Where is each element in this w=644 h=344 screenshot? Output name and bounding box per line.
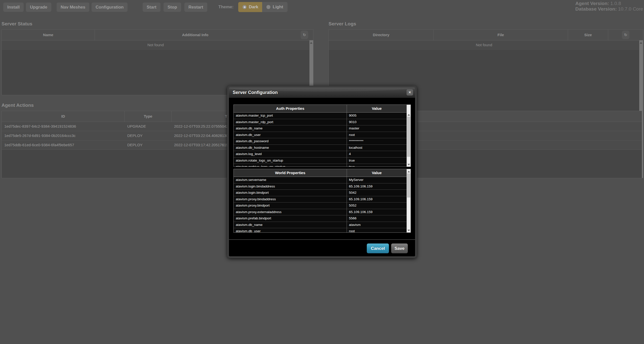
auth-table-scrollbar[interactable] bbox=[407, 105, 411, 167]
property-row[interactable]: atavism.master_rdp_port 9010 bbox=[234, 119, 407, 126]
action-id-cell: 1ed75dec-8397-64c2-9384-394191524836 bbox=[2, 122, 125, 131]
property-value-cell[interactable]: 9005 bbox=[347, 113, 407, 119]
refresh-icon[interactable]: ↻ bbox=[622, 31, 629, 39]
property-value-cell[interactable]: 5566 bbox=[347, 215, 407, 222]
property-value-cell[interactable]: 4 bbox=[347, 151, 407, 157]
refresh-icon[interactable]: ↻ bbox=[301, 31, 308, 39]
property-row[interactable]: atavism.prefab.bindport 5566 bbox=[234, 215, 407, 222]
nav-meshes-button[interactable]: Nav Meshes bbox=[57, 3, 89, 12]
property-value-cell[interactable]: true bbox=[347, 158, 407, 164]
property-name-cell[interactable]: atavism.master_tcp_port bbox=[234, 113, 347, 119]
property-value-cell[interactable]: *********** bbox=[347, 138, 407, 144]
install-button[interactable]: Install bbox=[3, 3, 24, 12]
scrollbar-thumb[interactable] bbox=[407, 173, 410, 198]
stop-button[interactable]: Stop bbox=[164, 3, 181, 12]
property-row[interactable]: atavism.servername MyServer bbox=[234, 177, 407, 183]
theme-option-dark[interactable]: Dark bbox=[238, 2, 263, 12]
close-icon[interactable]: ✕ bbox=[407, 89, 413, 95]
scroll-up-icon[interactable] bbox=[640, 42, 642, 44]
dialog-titlebar[interactable]: Server Configuration bbox=[229, 87, 415, 98]
property-name-cell[interactable]: atavism.db_password bbox=[234, 138, 347, 144]
property-value-cell[interactable]: 9010 bbox=[347, 119, 407, 125]
property-row[interactable]: atavism.rotate_logs_on_startup true bbox=[234, 158, 407, 164]
property-name-cell[interactable]: atavism.login.bindaddress bbox=[234, 183, 347, 190]
property-value-cell[interactable]: 5042 bbox=[347, 190, 407, 196]
property-row[interactable]: atavism.db_password *********** bbox=[234, 138, 407, 145]
theme-option-light[interactable]: Light bbox=[262, 2, 288, 12]
scroll-up-icon[interactable] bbox=[408, 171, 410, 172]
column-directory[interactable]: Directory bbox=[329, 30, 434, 40]
property-name-cell[interactable]: atavism.proxy.bindport bbox=[234, 203, 347, 209]
property-name-cell[interactable]: atavism.db_user bbox=[234, 228, 347, 232]
app-root: Install Upgrade Nav Meshes Configuration… bbox=[0, 0, 644, 344]
property-name-cell[interactable]: atavism.db_user bbox=[234, 132, 347, 138]
scroll-up-icon[interactable] bbox=[408, 114, 410, 116]
action-type-cell: DEPLOY bbox=[125, 131, 172, 140]
property-name-cell[interactable]: atavism.servername bbox=[234, 177, 347, 183]
property-name-cell[interactable]: atavism.db_name bbox=[234, 125, 347, 132]
property-name-cell[interactable]: atavism.archive_logs_on_startup bbox=[234, 164, 347, 167]
scrollbar-thumb[interactable] bbox=[407, 117, 410, 157]
property-name-cell[interactable]: atavism.login.bindport bbox=[234, 190, 347, 196]
property-name-cell[interactable]: atavism.master_rdp_port bbox=[234, 119, 347, 125]
property-value-cell[interactable]: 65.109.106.159 bbox=[347, 183, 407, 190]
property-row[interactable]: atavism.master_tcp_port 9005 bbox=[234, 113, 407, 119]
property-row[interactable]: atavism.db_hostname localhost bbox=[234, 145, 407, 151]
property-value-cell[interactable]: root bbox=[347, 228, 407, 232]
column-additional-info[interactable]: Additional Info bbox=[95, 30, 296, 40]
database-version-value: 10.7.0 Core bbox=[618, 6, 643, 12]
property-row[interactable]: atavism.archive_logs_on_startup true bbox=[234, 164, 407, 167]
property-value-cell[interactable]: localhost bbox=[347, 145, 407, 151]
auth-properties-header: Auth Properties Value bbox=[234, 105, 407, 113]
property-name-cell[interactable]: atavism.rotate_logs_on_startup bbox=[234, 158, 347, 164]
property-row[interactable]: atavism.db_name atavism bbox=[234, 222, 407, 228]
world-table-scrollbar[interactable] bbox=[407, 169, 411, 232]
property-row[interactable]: atavism.log_level 4 bbox=[234, 151, 407, 158]
property-row[interactable]: atavism.login.bindaddress 65.109.106.159 bbox=[234, 183, 407, 190]
cancel-button[interactable]: Cancel bbox=[367, 243, 389, 253]
configuration-button[interactable]: Configuration bbox=[92, 3, 128, 12]
column-id[interactable]: ID bbox=[2, 111, 125, 122]
property-name-cell[interactable]: atavism.log_level bbox=[234, 151, 347, 157]
server-logs-title: Server Logs bbox=[329, 21, 356, 27]
property-row[interactable]: atavism.db_name master bbox=[234, 125, 407, 132]
property-row[interactable]: atavism.db_user root bbox=[234, 132, 407, 138]
property-row[interactable]: atavism.proxy.bindport 5052 bbox=[234, 203, 407, 209]
property-value-cell[interactable]: 65.109.106.159 bbox=[347, 196, 407, 203]
column-file[interactable]: File bbox=[434, 30, 568, 40]
server-status-table: Name Additional Info ↻ Not found bbox=[2, 29, 313, 95]
theme-option-dark-label: Dark bbox=[249, 5, 258, 10]
start-button[interactable]: Start bbox=[143, 3, 160, 12]
scroll-up-icon[interactable] bbox=[310, 42, 312, 44]
property-name-cell[interactable]: atavism.prefab.bindport bbox=[234, 215, 347, 222]
column-type[interactable]: Type bbox=[125, 111, 172, 122]
property-name-cell[interactable]: atavism.db_hostname bbox=[234, 145, 347, 151]
property-row[interactable]: atavism.proxy.externaladdress 65.109.106… bbox=[234, 209, 407, 216]
world-properties-column: World Properties bbox=[234, 169, 347, 177]
server-logs-empty-row: Not found bbox=[329, 40, 639, 50]
property-value-cell[interactable]: true bbox=[347, 164, 407, 167]
property-value-cell[interactable]: atavism bbox=[347, 222, 407, 228]
scroll-down-icon[interactable] bbox=[408, 230, 410, 231]
property-row[interactable]: atavism.login.bindport 5042 bbox=[234, 190, 407, 196]
property-row[interactable]: atavism.proxy.bindaddress 65.109.106.159 bbox=[234, 196, 407, 203]
server-status-title: Server Status bbox=[2, 21, 32, 27]
property-name-cell[interactable]: atavism.db_name bbox=[234, 222, 347, 228]
action-type-cell: DEPLOY bbox=[125, 140, 172, 150]
property-row[interactable]: atavism.db_user root bbox=[234, 228, 407, 232]
property-value-cell[interactable]: 65.109.106.159 bbox=[347, 209, 407, 215]
column-name[interactable]: Name bbox=[2, 30, 95, 40]
action-id-cell: 1ed75de5-267d-6d91-9384-0b20164ccc3c bbox=[2, 131, 125, 140]
restart-button[interactable]: Restart bbox=[184, 3, 207, 12]
property-value-cell[interactable]: 5052 bbox=[347, 203, 407, 209]
column-size[interactable]: Size bbox=[568, 30, 608, 40]
property-value-cell[interactable]: root bbox=[347, 132, 407, 138]
property-name-cell[interactable]: atavism.proxy.externaladdress bbox=[234, 209, 347, 215]
property-name-cell[interactable]: atavism.proxy.bindaddress bbox=[234, 196, 347, 203]
property-value-cell[interactable]: MyServer bbox=[347, 177, 407, 183]
scroll-down-icon[interactable] bbox=[408, 164, 410, 165]
save-button[interactable]: Save bbox=[391, 243, 408, 253]
property-value-cell[interactable]: master bbox=[347, 125, 407, 132]
upgrade-button[interactable]: Upgrade bbox=[26, 3, 51, 12]
theme-label: Theme: bbox=[218, 5, 233, 10]
